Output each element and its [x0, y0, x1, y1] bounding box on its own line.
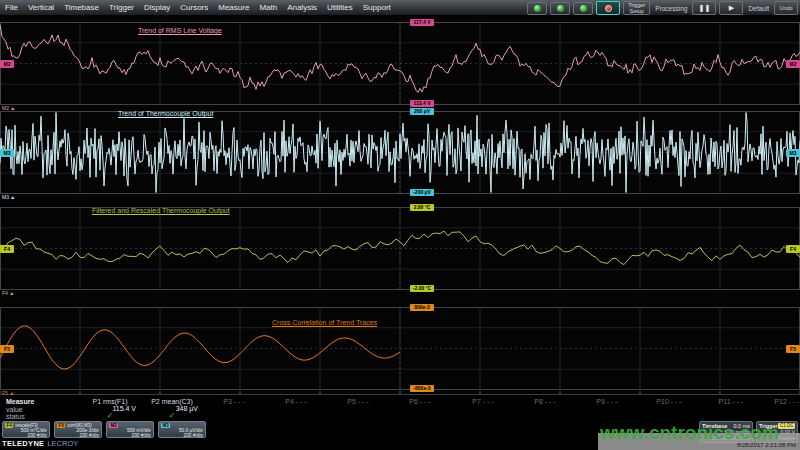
menu-item-utilities[interactable]: Utilities [322, 3, 358, 12]
app-shortcut-button-2[interactable] [550, 2, 570, 15]
trigger-source-chip: C1 DC [778, 423, 795, 429]
grid-bottom-value-tag-f4: -2.00 °C [410, 285, 434, 292]
descriptor-chip-f5: F5 [57, 423, 65, 428]
measure-header-p1[interactable]: P1 rms(F1) [81, 398, 139, 405]
menu-item-math[interactable]: Math [254, 3, 282, 12]
grid-top-value-tag-m2: 117.4 V [410, 19, 434, 26]
measure-column-p9: P9 - - - [578, 395, 636, 421]
menu-item-trigger[interactable]: Trigger [104, 3, 139, 12]
menu-items: FileVerticalTimebaseTriggerDisplayCursor… [0, 3, 396, 12]
app-icon [534, 5, 541, 12]
trace-title-f5: Cross Correlation of Trend Traces [272, 319, 377, 326]
grid-bottom-value-tag-f5: -800e-3 [410, 385, 434, 392]
menu-item-cursors[interactable]: Cursors [175, 3, 213, 12]
measure-header-p10[interactable]: P10 - - - [640, 398, 698, 405]
menu-item-display[interactable]: Display [139, 3, 175, 12]
menu-item-support[interactable]: Support [358, 3, 396, 12]
zero-level-tag-left-f4[interactable]: F4 [0, 245, 14, 253]
menu-item-measure[interactable]: Measure [213, 3, 254, 12]
grid-top-value-tag-m3: 200 µV [410, 108, 434, 115]
measure-header-p3[interactable]: P3 - - - [205, 398, 263, 405]
measure-column-p4: P4 - - - [267, 395, 325, 421]
default-setup-label: Default [746, 5, 771, 12]
measure-status-check-p2: ✓ [143, 412, 201, 419]
measure-header-p2[interactable]: P2 mean(C3) [143, 398, 201, 405]
play-button[interactable]: ▶ [719, 1, 743, 15]
grid-marker-m3: M3 ▲ [2, 195, 15, 200]
descriptor-hdiv: 200 #/div [57, 433, 99, 438]
oscilloscope-screen: FileVerticalTimebaseTriggerDisplayCursor… [0, 0, 800, 450]
measure-row-label: Measure [6, 398, 34, 405]
trace-title-m3: Trend of Thermocouple Output [118, 110, 213, 117]
menu-item-analysis[interactable]: Analysis [282, 3, 322, 12]
record-button[interactable] [596, 1, 620, 15]
processing-status: Processing [653, 5, 689, 12]
app-icon [557, 5, 564, 12]
measure-column-p12: P12 - - - [758, 395, 800, 421]
zero-level-tag-right-m2[interactable]: M2 [786, 60, 800, 68]
zero-level-tag-left-m2[interactable]: M2 [0, 60, 14, 68]
descriptor-box-m2[interactable]: M2500 mV/div200 #/div [106, 421, 154, 438]
undo-button[interactable]: Undo [774, 1, 798, 15]
bottom-status-strip: F4rescale(F3)500 m°C/div200 #/divF5corr(… [0, 420, 800, 450]
measure-status-check-p1: ✓ [81, 412, 139, 419]
value-row-label: value [6, 406, 23, 413]
descriptor-box-f4[interactable]: F4rescale(F3)500 m°C/div200 #/div [2, 421, 50, 438]
app-shortcut-button-1[interactable] [527, 2, 547, 15]
zero-level-tag-left-m3[interactable]: M3 [0, 149, 14, 157]
measure-column-p6: P6 - - - [391, 395, 449, 421]
zero-level-tag-right-m3[interactable]: M3 [786, 149, 800, 157]
trace-title-m2: Trend of RMS Line Voltage [138, 27, 222, 34]
measure-column-p11: P11 - - - [702, 395, 760, 421]
descriptor-hdiv: 200 #/div [161, 433, 203, 438]
descriptor-hdiv: 200 #/div [5, 433, 47, 438]
grid-marker-m2: M2 ▲ [2, 106, 15, 111]
status-row-label: status [6, 413, 25, 420]
play-icon: ▶ [729, 5, 734, 11]
measure-column-p5: P5 - - - [329, 395, 387, 421]
descriptor-box-f5[interactable]: F5corr(M2,M3)200e-3/div200 #/div [54, 421, 102, 438]
zero-level-tag-right-f5[interactable]: F5 [786, 345, 800, 353]
measure-column-p2: P2 mean(C3)348 µV✓ [143, 395, 201, 421]
trace-f5 [0, 326, 400, 369]
measure-header-p4[interactable]: P4 - - - [267, 398, 325, 405]
measure-header-p7[interactable]: P7 - - - [454, 398, 512, 405]
measure-column-p10: P10 - - - [640, 395, 698, 421]
zero-level-tag-right-f4[interactable]: F4 [786, 245, 800, 253]
app-shortcut-button-3[interactable] [573, 2, 593, 15]
measure-header-p9[interactable]: P9 - - - [578, 398, 636, 405]
grid-marker-f5: F5 ▲ [2, 391, 14, 396]
pause-button[interactable]: ❚❚ [692, 1, 716, 15]
grid-and-traces [0, 16, 800, 394]
descriptor-box-m3[interactable]: M350.0 µV/div200 #/div [158, 421, 206, 438]
trace-title-f4: Filtered and Rescaled Thermocouple Outpu… [92, 207, 230, 214]
grid-bottom-value-tag-m2: 113.4 V [410, 100, 434, 107]
measure-table: Measure value status P1 rms(F1)115.4 V✓P… [0, 394, 800, 420]
watermark-text: www.cntronics.com [600, 422, 779, 444]
menu-bar: FileVerticalTimebaseTriggerDisplayCursor… [0, 0, 800, 16]
descriptor-chip-m2: M2 [109, 423, 118, 428]
pause-icon: ❚❚ [699, 5, 711, 11]
menu-item-file[interactable]: File [0, 3, 23, 12]
measure-header-p5[interactable]: P5 - - - [329, 398, 387, 405]
app-icon [580, 5, 587, 12]
measure-header-p11[interactable]: P11 - - - [702, 398, 760, 405]
zero-level-tag-left-f5[interactable]: F5 [0, 345, 14, 353]
grid-top-value-tag-f4: 2.00 °C [410, 204, 434, 211]
measure-header-p6[interactable]: P6 - - - [391, 398, 449, 405]
menu-item-timebase[interactable]: Timebase [59, 3, 104, 12]
waveform-display-area[interactable]: Trend of RMS Line VoltageM2M2117.4 V113.… [0, 16, 800, 394]
trigger-setup-button[interactable]: Trigger Setup [623, 1, 650, 15]
descriptor-chip-m3: M3 [161, 423, 170, 428]
descriptor-chip-f4: F4 [5, 423, 13, 428]
menu-item-vertical[interactable]: Vertical [23, 3, 59, 12]
record-icon [605, 5, 612, 12]
measure-header-p8[interactable]: P8 - - - [516, 398, 574, 405]
brand-logo: TELEDYNELECROY [2, 439, 78, 448]
measure-column-p7: P7 - - - [454, 395, 512, 421]
grid-marker-f4: F4 ▲ [2, 291, 14, 296]
channel-descriptors: F4rescale(F3)500 m°C/div200 #/divF5corr(… [2, 421, 206, 438]
measure-header-p12[interactable]: P12 - - - [758, 398, 800, 405]
toolbar: Trigger Setup Processing ❚❚ ▶ Default Un… [527, 1, 798, 15]
measure-column-p1: P1 rms(F1)115.4 V✓ [81, 395, 139, 421]
